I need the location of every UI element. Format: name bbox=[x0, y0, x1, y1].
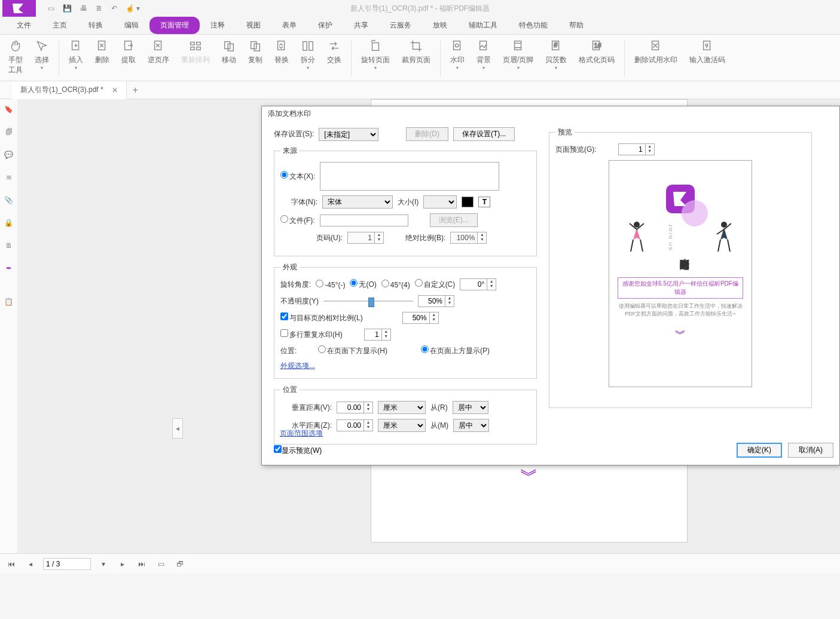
ribbon-split[interactable]: 拆分▾ bbox=[295, 38, 321, 72]
menu-form[interactable]: 表单 bbox=[271, 17, 307, 34]
hdist-from-select[interactable]: 居中 bbox=[453, 419, 489, 432]
view-mode-icon[interactable]: ▭ bbox=[154, 557, 167, 571]
text-style-button[interactable]: T bbox=[478, 197, 490, 207]
ribbon-replace[interactable]: 替换 bbox=[268, 38, 295, 66]
print-icon[interactable]: 🖶 bbox=[80, 4, 87, 13]
add-tab-button[interactable]: + bbox=[133, 85, 138, 96]
view-mode-icon-2[interactable]: 🗗 bbox=[173, 557, 187, 571]
multiline-input[interactable]: ▲▼ bbox=[364, 329, 391, 341]
menu-annotate[interactable]: 注释 bbox=[200, 17, 236, 34]
vdist-unit-select[interactable]: 厘米 bbox=[378, 401, 426, 414]
ribbon-remove-trial[interactable]: 删除试用水印 bbox=[628, 38, 683, 66]
rotate-custom-input[interactable]: ▲▼ bbox=[460, 278, 496, 290]
relative-scale-checkbox[interactable] bbox=[280, 312, 288, 320]
ribbon-bates[interactable]: #贝茨数▾ bbox=[539, 38, 573, 72]
undo-icon[interactable]: ↶ bbox=[111, 4, 117, 13]
ribbon-insert[interactable]: 插入▾ bbox=[63, 38, 89, 72]
ribbon-activate[interactable]: 输入激活码 bbox=[683, 38, 731, 66]
menu-share[interactable]: 共享 bbox=[343, 17, 379, 34]
show-preview-checkbox[interactable] bbox=[274, 445, 282, 453]
save-settings-select[interactable]: [未指定] bbox=[319, 128, 378, 141]
ribbon-swap[interactable]: 交换 bbox=[321, 38, 347, 66]
vdist-input[interactable]: ▲▼ bbox=[337, 402, 373, 413]
attachments-icon[interactable]: 📎 bbox=[4, 196, 13, 204]
menu-protect[interactable]: 保护 bbox=[307, 17, 343, 34]
ribbon-format-page[interactable]: 1#格式化页码 bbox=[573, 38, 621, 66]
relative-scale-input[interactable]: ▲▼ bbox=[402, 312, 439, 324]
menu-page-manage[interactable]: 页面管理 bbox=[149, 17, 200, 34]
file-radio[interactable] bbox=[280, 215, 288, 223]
touch-icon[interactable]: ☝ ▾ bbox=[126, 4, 140, 13]
ok-button[interactable]: 确定(K) bbox=[737, 443, 782, 458]
signature-icon[interactable]: ✒ bbox=[6, 264, 12, 272]
ribbon-move[interactable]: 移动 bbox=[216, 38, 242, 66]
rotate-custom-radio[interactable] bbox=[415, 279, 423, 287]
menu-help[interactable]: 帮助 bbox=[558, 17, 594, 34]
ribbon-hand[interactable]: 手型 工具 bbox=[2, 38, 29, 76]
ribbon-crop[interactable]: 裁剪页面 bbox=[396, 38, 436, 66]
cancel-button[interactable]: 取消(A) bbox=[788, 443, 833, 458]
vdist-from-select[interactable]: 居中 bbox=[453, 401, 488, 414]
opacity-input[interactable]: ▲▼ bbox=[418, 295, 454, 307]
pages-icon[interactable]: 🗐 bbox=[5, 128, 13, 136]
comments-icon[interactable]: 💬 bbox=[4, 151, 13, 159]
ribbon-rotate[interactable]: 旋转页面▾ bbox=[355, 38, 396, 72]
page-range-link[interactable]: 页面范围选项 bbox=[280, 428, 323, 439]
watermark-text-input[interactable] bbox=[320, 162, 499, 191]
appearance-options-link[interactable]: 外观选项... bbox=[280, 361, 315, 370]
first-page-button[interactable]: ⏮ bbox=[5, 557, 18, 571]
file-path-input[interactable] bbox=[320, 214, 408, 226]
open-icon[interactable]: ▭ bbox=[48, 4, 54, 13]
ribbon-background[interactable]: 背景▾ bbox=[471, 38, 497, 72]
save-settings-button[interactable]: 保存设置(T)... bbox=[453, 127, 515, 141]
rotate-45-radio[interactable] bbox=[381, 280, 389, 287]
ribbon-delete[interactable]: 删除 bbox=[89, 38, 115, 66]
ribbon-select[interactable]: 选择▾ bbox=[29, 38, 55, 72]
page-number-input[interactable] bbox=[43, 558, 91, 570]
text-radio[interactable] bbox=[280, 171, 288, 179]
ribbon-header-footer[interactable]: 页眉/页脚▾ bbox=[497, 38, 539, 72]
menu-cloud[interactable]: 云服务 bbox=[379, 17, 422, 34]
clipboard-icon[interactable]: 📋 bbox=[4, 298, 13, 306]
below-page-radio[interactable] bbox=[318, 345, 326, 353]
ribbon-extract[interactable]: 提取 bbox=[115, 38, 142, 66]
font-select[interactable]: 宋体 bbox=[322, 195, 393, 209]
fields-icon[interactable]: 🗎 bbox=[5, 241, 13, 250]
page-dropdown-button[interactable]: ▾ bbox=[97, 557, 110, 571]
size-select[interactable] bbox=[423, 195, 457, 209]
security-icon[interactable]: 🔒 bbox=[4, 219, 13, 227]
prev-page-button[interactable]: ◂ bbox=[24, 557, 37, 571]
above-page-radio[interactable] bbox=[421, 345, 429, 353]
layers-icon[interactable]: ≋ bbox=[6, 173, 12, 182]
text-radio-label[interactable]: 文本(X): bbox=[280, 171, 315, 182]
hdist-unit-select[interactable]: 厘米 bbox=[378, 419, 426, 432]
menu-home[interactable]: 主页 bbox=[42, 17, 78, 34]
last-page-button[interactable]: ⏭ bbox=[135, 557, 148, 571]
hdist-input[interactable]: ▲▼ bbox=[337, 419, 373, 431]
pageno-input[interactable]: ▲▼ bbox=[347, 232, 384, 244]
rotate-none-radio[interactable] bbox=[350, 279, 358, 287]
ribbon-watermark[interactable]: 水印▾ bbox=[444, 38, 471, 72]
opacity-slider[interactable] bbox=[323, 296, 413, 306]
scale-input[interactable]: ▲▼ bbox=[450, 232, 487, 244]
menu-aux[interactable]: 辅助工具 bbox=[458, 17, 508, 34]
document-tab[interactable]: 新人引导(1)_OCR(3).pdf * ✕ bbox=[12, 81, 127, 99]
bookmark-icon[interactable]: 🔖 bbox=[4, 105, 13, 114]
menu-file[interactable]: 文件 bbox=[6, 17, 42, 34]
page-icon[interactable]: 🗎 bbox=[96, 4, 103, 13]
file-radio-label[interactable]: 文件(F): bbox=[280, 215, 315, 226]
save-icon[interactable]: 💾 bbox=[63, 4, 72, 13]
rotate-neg45-radio[interactable] bbox=[316, 280, 323, 287]
menu-special[interactable]: 特色功能 bbox=[508, 17, 558, 34]
multiline-checkbox[interactable] bbox=[280, 329, 288, 337]
close-icon[interactable]: ✕ bbox=[112, 86, 118, 94]
ribbon-copy[interactable]: 复制 bbox=[242, 38, 268, 66]
menu-edit[interactable]: 编辑 bbox=[114, 17, 149, 34]
menu-view[interactable]: 视图 bbox=[236, 17, 271, 34]
panel-collapse-button[interactable]: ◂ bbox=[172, 418, 183, 439]
color-swatch[interactable] bbox=[462, 197, 474, 207]
menu-present[interactable]: 放映 bbox=[422, 17, 458, 34]
ribbon-reverse[interactable]: 逆页序 bbox=[142, 38, 175, 66]
next-page-button[interactable]: ▸ bbox=[116, 557, 129, 571]
show-preview-checkbox-label[interactable]: 显示预览(W) bbox=[274, 445, 322, 456]
